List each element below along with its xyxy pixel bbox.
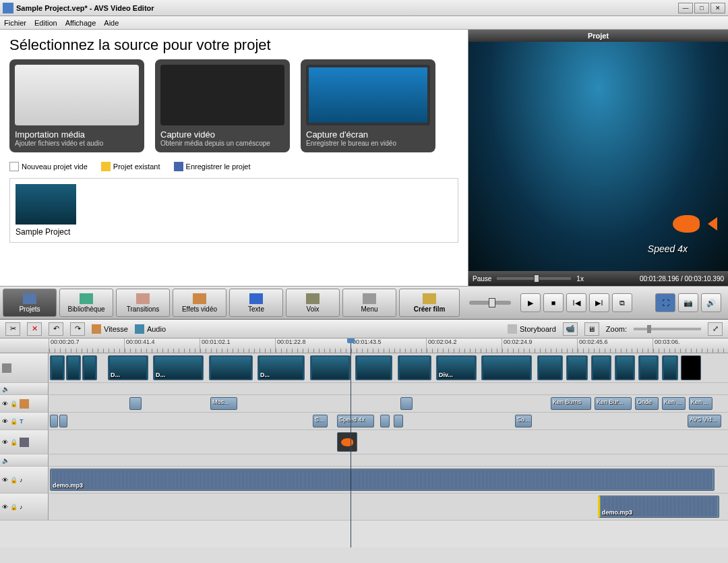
fullscreen-button[interactable]: ⛶: [655, 293, 675, 312]
split-button[interactable]: ⧉: [612, 293, 632, 312]
fx-clip[interactable]: Onde: [635, 397, 659, 410]
text-clip[interactable]: [394, 415, 403, 427]
video-clip[interactable]: [615, 355, 635, 380]
eye-icon[interactable]: 👁: [2, 477, 8, 483]
card-screen-capture[interactable]: Capture d'écran Enregistrer le bureau en…: [301, 59, 435, 152]
video-clip[interactable]: [66, 355, 81, 380]
audio-clip[interactable]: demo.mp3: [50, 469, 715, 491]
card-capture-video[interactable]: Capture vidéo Obtenir média depuis un ca…: [155, 59, 290, 152]
tab-transitions[interactable]: Transitions: [116, 289, 170, 317]
menu-help[interactable]: Aide: [104, 19, 119, 27]
fx-clip[interactable]: [129, 397, 142, 410]
video-clip[interactable]: [355, 355, 392, 380]
video-clip[interactable]: [638, 355, 659, 380]
text-clip[interactable]: So...: [515, 415, 532, 427]
project-thumbnail[interactable]: Sample Project: [16, 184, 452, 237]
speed-button[interactable]: Vitesse: [92, 324, 128, 334]
video-clip[interactable]: [50, 355, 65, 380]
delete-clip-button[interactable]: ✕: [27, 322, 42, 336]
video-track-body[interactable]: D... D... D... Div...: [49, 353, 728, 382]
tab-menu[interactable]: Menu: [342, 289, 396, 317]
storyboard-toggle[interactable]: Storyboard: [508, 324, 556, 334]
film-icon: [423, 293, 436, 304]
produce-button[interactable]: Créer film: [399, 289, 460, 317]
save-project-button[interactable]: Enregistrer le projet: [174, 162, 251, 171]
fx-clip[interactable]: Ken Bur...: [595, 397, 632, 410]
text-clip[interactable]: AVS Vid...: [688, 415, 721, 427]
video-clip[interactable]: [481, 355, 532, 380]
split-clip-button[interactable]: ✂: [5, 322, 20, 336]
next-frame-button[interactable]: ▶I: [589, 293, 609, 312]
menu-edit[interactable]: Edition: [34, 19, 57, 27]
preview-speed-slider[interactable]: [497, 277, 571, 280]
fx-clip[interactable]: Ken ...: [662, 397, 686, 410]
playback-scrubber[interactable]: [469, 301, 511, 305]
window-titlebar: Sample Project.vep* - AVS Video Editor —…: [0, 0, 728, 16]
text-clip[interactable]: S...: [313, 415, 328, 427]
play-button[interactable]: ▶: [520, 293, 541, 312]
video-clip[interactable]: [566, 355, 588, 380]
video-track: D... D... D... Div...: [0, 353, 728, 383]
lock-icon[interactable]: 🔒: [10, 401, 18, 407]
music-icon: ♪: [20, 504, 23, 510]
card-import-media[interactable]: Importation média Ajouter fichiers vidéo…: [9, 59, 144, 152]
lock-icon[interactable]: 🔒: [10, 418, 18, 425]
existing-project-button[interactable]: Projet existant: [101, 162, 160, 171]
overlay-clip[interactable]: [337, 432, 357, 452]
playhead[interactable]: [351, 338, 351, 547]
volume-button[interactable]: 🔊: [701, 293, 721, 312]
tab-library[interactable]: Bibliothèque: [59, 289, 113, 317]
text-clip[interactable]: Speed 4x: [337, 415, 374, 427]
video-clip[interactable]: D...: [257, 355, 305, 380]
lock-icon[interactable]: 🔒: [10, 477, 18, 483]
prev-frame-button[interactable]: I◀: [566, 293, 586, 312]
menu-file[interactable]: Fichier: [4, 19, 26, 27]
eye-icon[interactable]: 👁: [2, 504, 8, 510]
eye-icon[interactable]: 👁: [2, 439, 8, 446]
text-clip[interactable]: [59, 415, 67, 427]
video-clip[interactable]: [537, 355, 563, 380]
video-clip[interactable]: [310, 355, 351, 380]
fit-zoom-button[interactable]: ⤢: [708, 322, 723, 336]
tab-text[interactable]: Texte: [229, 289, 283, 317]
tab-voice[interactable]: Voix: [286, 289, 340, 317]
lock-icon[interactable]: 🔒: [10, 504, 18, 510]
snapshot-button[interactable]: 📷: [678, 293, 698, 312]
cam-settings-button[interactable]: 📹: [563, 322, 578, 336]
video-clip[interactable]: [209, 355, 253, 380]
eye-icon[interactable]: 👁: [2, 401, 8, 407]
redo-button[interactable]: ↷: [70, 322, 85, 336]
video-clip[interactable]: Div...: [436, 355, 477, 380]
video-clip[interactable]: D...: [108, 355, 148, 380]
video-clip[interactable]: [82, 355, 97, 380]
undo-button[interactable]: ↶: [49, 322, 63, 336]
text-clip[interactable]: [380, 415, 390, 427]
display-settings-button[interactable]: 🖥: [584, 322, 599, 336]
fx-clip[interactable]: [400, 397, 413, 410]
text-clip[interactable]: [50, 415, 58, 427]
zoom-slider[interactable]: [634, 328, 701, 330]
tab-video-effects[interactable]: Effets vidéo: [173, 289, 226, 317]
video-clip[interactable]: [662, 355, 678, 380]
menu-view[interactable]: Affichage: [65, 19, 96, 27]
video-clip[interactable]: [681, 355, 701, 380]
fx-clip[interactable]: Ken Burns: [551, 397, 591, 410]
eye-icon[interactable]: 👁: [2, 418, 8, 425]
close-button[interactable]: ✕: [710, 3, 725, 13]
lock-icon[interactable]: 🔒: [10, 439, 18, 446]
minimize-button[interactable]: —: [678, 3, 693, 13]
time-ruler[interactable]: 00:00:20.7 00:00:41.4 00:01:02.1 00:01:2…: [0, 338, 728, 353]
fx-clip[interactable]: Ken ...: [689, 397, 712, 410]
new-project-button[interactable]: Nouveau projet vide: [9, 162, 88, 171]
tab-projects[interactable]: Projets: [3, 289, 57, 317]
stop-button[interactable]: ■: [543, 293, 564, 312]
video-clip[interactable]: D...: [153, 355, 204, 380]
video-clip[interactable]: [398, 355, 431, 380]
preview-viewport[interactable]: Speed 4x: [468, 42, 728, 271]
video-clip[interactable]: [591, 355, 611, 380]
audio-button[interactable]: Audio: [135, 324, 166, 334]
audio-clip[interactable]: demo.mp3: [598, 496, 719, 518]
maximize-button[interactable]: □: [694, 3, 709, 13]
fx-clip[interactable]: Mos...: [210, 397, 237, 410]
video-audio-track: 🔈: [0, 383, 728, 395]
